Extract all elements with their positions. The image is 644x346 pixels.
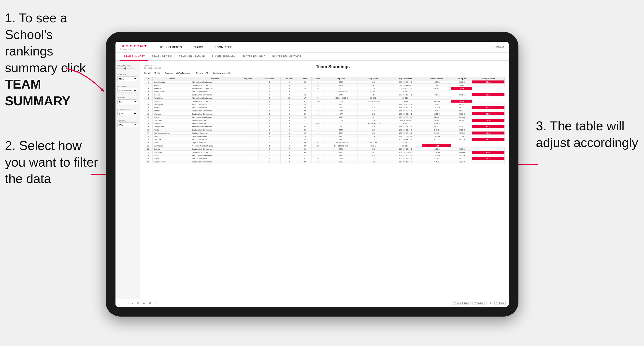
school-select[interactable]: (All) bbox=[118, 123, 137, 127]
sub-nav-player-h2h-heatmap[interactable]: PLAYER H2H HEATMAP bbox=[269, 52, 304, 61]
data-cell: 23 bbox=[298, 87, 311, 90]
data-cell: 18 bbox=[298, 93, 311, 96]
data-cell: - bbox=[238, 112, 258, 116]
data-cell: 5 bbox=[280, 87, 298, 90]
data-cell: 15 bbox=[144, 125, 152, 128]
gender-select[interactable]: Men's Women's bbox=[118, 76, 137, 81]
data-cell: 5 bbox=[258, 157, 280, 160]
data-cell: - bbox=[238, 154, 258, 157]
school-cell: New Mexico bbox=[152, 144, 191, 148]
score-cell: 80.58 bbox=[422, 90, 451, 93]
score-cell: 48.18 bbox=[472, 157, 504, 160]
instruction-step-2: 2. Select how you want to filter the dat… bbox=[5, 137, 98, 187]
conference-select[interactable]: (All) bbox=[118, 111, 137, 116]
reload-icon[interactable]: ↻ bbox=[130, 301, 134, 305]
sub-nav-player-h2h-grid[interactable]: PLAYER H2H GRID bbox=[239, 52, 269, 61]
data-cell: 1 bbox=[258, 132, 280, 135]
data-cell: 279.1 bbox=[324, 135, 358, 138]
nav-teams[interactable]: TEAMS bbox=[191, 45, 205, 50]
sign-out-button[interactable]: | Sign out bbox=[494, 46, 504, 48]
data-cell: 53-18-2 bbox=[422, 122, 451, 125]
data-cell: 3 bbox=[258, 141, 280, 144]
col-avg-to-par: Avg. to Par bbox=[358, 77, 389, 80]
table-area: Update time: 27/03/2024 16:56:26 Team St… bbox=[140, 61, 508, 299]
data-cell: 1.63 258 80-25-2 bbox=[389, 128, 422, 132]
conference-cell: Mountain West Conference bbox=[191, 144, 238, 148]
rank-max: 30 bbox=[135, 67, 137, 69]
data-cell: 11-29-1 bbox=[422, 148, 451, 151]
conference-cell: Atlantic Coast Conference bbox=[191, 125, 238, 128]
back-icon[interactable]: ← bbox=[118, 301, 122, 305]
score-cell: 48.02 bbox=[472, 128, 504, 132]
home-icon[interactable]: ⊕ bbox=[136, 301, 140, 305]
table-row: 26Mississippi StateSoutheastern Conferen… bbox=[144, 160, 505, 164]
region-select[interactable]: N/A All bbox=[118, 99, 137, 104]
forward-icon[interactable]: → bbox=[124, 301, 128, 305]
data-cell: -1.1 bbox=[358, 157, 389, 160]
data-cell: - bbox=[238, 132, 258, 135]
data-cell: 27-17-1 bbox=[451, 135, 472, 138]
col-overall: Overall Record bbox=[422, 77, 451, 80]
conference-cell: Atlantic Coast Conference bbox=[191, 80, 238, 84]
sub-nav-team-summary[interactable]: TEAM SUMMARY bbox=[120, 52, 148, 61]
nav-tournaments[interactable]: TOURNAMENTS bbox=[158, 45, 184, 50]
copy-icon[interactable]: ⧉ bbox=[148, 301, 152, 305]
data-cell: 2 bbox=[311, 106, 324, 109]
col-conf-rank: Conf Rank bbox=[258, 77, 280, 80]
conference-cell: Pac-12 Conference bbox=[191, 103, 238, 106]
data-cell: 24 bbox=[298, 116, 311, 119]
data-cell: 6 bbox=[311, 87, 324, 90]
table-title: Team Standings bbox=[161, 64, 505, 69]
data-cell: 23 bbox=[144, 151, 152, 154]
data-cell: 8 bbox=[280, 132, 298, 135]
table-row: 7TennesseeSoutheastern Conference-418227… bbox=[144, 100, 505, 103]
sub-nav-player-summary[interactable]: PLAYER SUMMARY bbox=[208, 52, 239, 61]
conference-cell: Atlantic Coast Conference bbox=[191, 154, 238, 157]
division-label: Division bbox=[118, 85, 138, 87]
data-cell: 24-25-2 bbox=[451, 128, 472, 132]
data-cell: 2 bbox=[298, 100, 311, 103]
sub-nav-team-h2h-heatmap[interactable]: TEAM H2H HEATMAP bbox=[176, 52, 208, 61]
data-cell: 1 bbox=[144, 80, 152, 84]
table-row: 6Florida StateAtlantic Coast Conference-… bbox=[144, 96, 505, 100]
data-cell: 3 bbox=[258, 93, 280, 96]
data-cell: 10 bbox=[144, 109, 152, 112]
school-cell: Arizona State bbox=[152, 90, 191, 93]
conference-cell: Big Ten Conference bbox=[191, 135, 238, 138]
data-cell: 1.98 262 86-25-1 bbox=[389, 103, 422, 106]
data-cell: 8 bbox=[280, 160, 298, 164]
nav-committee[interactable]: COMMITTEE bbox=[212, 45, 234, 50]
share-icon-left[interactable]: ▲ bbox=[142, 301, 146, 305]
data-cell: 7 bbox=[280, 148, 298, 151]
school-cell: Oregon bbox=[152, 157, 191, 160]
data-cell: 29-15-1 bbox=[451, 93, 472, 96]
minimum-rank-label: Minimum Ro... bbox=[118, 65, 138, 67]
score-cell: 79.27 bbox=[472, 93, 504, 96]
data-cell: 9 bbox=[280, 144, 298, 148]
share-button[interactable]: ⬆ Share bbox=[494, 301, 506, 305]
data-cell: 63-17-0 bbox=[451, 80, 472, 84]
data-cell: 11-19-0 bbox=[389, 100, 422, 103]
conference-cell: Big 12 Conference bbox=[191, 122, 238, 125]
data-cell: 2 bbox=[298, 122, 311, 125]
division-select[interactable]: NCAA Division I NCAA Division II NCAA Di… bbox=[118, 88, 137, 93]
data-cell: 4 bbox=[258, 125, 280, 128]
sub-nav-team-h2h-grid[interactable]: TEAM H2H GRID bbox=[148, 52, 176, 61]
score-cell: 89.11 bbox=[472, 80, 504, 84]
rank-slider[interactable] bbox=[120, 68, 134, 69]
data-cell: - bbox=[238, 80, 258, 84]
view-original-button[interactable]: 👁 View: Original bbox=[452, 301, 470, 305]
clock-icon[interactable]: 🕐 bbox=[154, 301, 158, 305]
data-cell: 9 bbox=[280, 80, 298, 84]
rank-slider-row: 4 30 bbox=[118, 67, 138, 69]
data-cell: 3 bbox=[311, 125, 324, 128]
data-cell: - bbox=[238, 151, 258, 154]
filter-conference: Conference (All) bbox=[118, 108, 138, 116]
data-cell: 276.3 bbox=[324, 106, 358, 109]
table-row: 5Ole MissSoutheastern Conference-3618127… bbox=[144, 93, 505, 96]
watch-button[interactable]: 👁 Watch ▾ bbox=[472, 301, 486, 305]
grid-icon[interactable]: ⊞ bbox=[488, 301, 492, 305]
data-cell: 14 bbox=[144, 122, 152, 125]
table-row: 23Texas A&MSoutheastern Conference-91030… bbox=[144, 151, 505, 154]
school-cell: Arizona bbox=[152, 106, 191, 109]
